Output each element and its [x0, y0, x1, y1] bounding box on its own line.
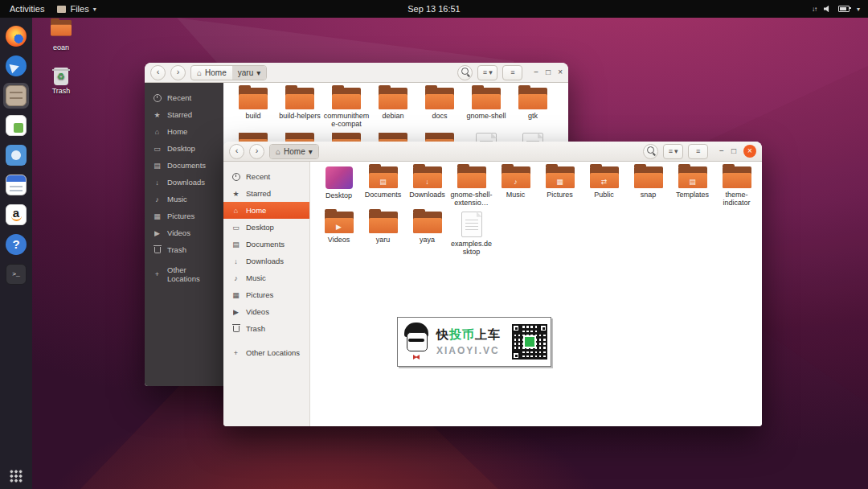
activities-button[interactable]: Activities [8, 4, 46, 14]
dock-item-files[interactable] [3, 83, 29, 109]
file-label: Documents [365, 191, 402, 199]
view-toggle-button[interactable]: ≡ ▾ [477, 65, 497, 80]
view-toggle-button[interactable]: ≡ ▾ [663, 144, 683, 159]
file-item[interactable]: examples.desktop [449, 212, 493, 257]
app-menu[interactable]: Files ▾ [57, 4, 96, 14]
sidebar-item-pictures[interactable]: ▦Pictures [145, 208, 223, 224]
path-label: yaru [238, 68, 253, 77]
file-item[interactable]: gtk [510, 88, 556, 129]
sidebar-item-starred[interactable]: ★Starred [223, 185, 309, 202]
chevron-down-icon: ▾ [674, 147, 678, 155]
file-item[interactable]: snap [626, 166, 670, 208]
dock-item-software[interactable] [3, 142, 29, 168]
pictures-icon: ▦ [231, 291, 240, 299]
clock[interactable]: Sep 13 16:51 [407, 4, 460, 14]
file-item[interactable]: ⇄Public [582, 166, 626, 208]
desktop-icon-eoan[interactable]: eoan [43, 20, 79, 51]
show-applications-button[interactable] [10, 470, 23, 483]
sidebar-item-desktop[interactable]: ▭Desktop [223, 219, 309, 236]
file-item[interactable]: gnome-shell [463, 88, 510, 129]
file-label: Desktop [326, 191, 352, 199]
minimize-button[interactable]: − [534, 68, 538, 76]
path-segment-home[interactable]: ⌂ Home ▾ [270, 145, 318, 158]
sidebar-item-trash[interactable]: Trash [223, 320, 309, 337]
search-button[interactable] [643, 144, 658, 159]
file-label: Videos [328, 236, 350, 244]
sidebar-item-documents[interactable]: ▤Documents [223, 236, 309, 253]
qr-logo [523, 335, 536, 348]
sidebar-item-music[interactable]: ♪Music [145, 191, 223, 208]
sidebar-item-home[interactable]: ⌂Home [145, 123, 223, 140]
file-item[interactable]: build [230, 88, 276, 129]
file-item[interactable]: ▦Pictures [538, 166, 582, 208]
dock-item-help[interactable]: ? [3, 232, 29, 257]
maximize-button[interactable]: □ [731, 147, 736, 155]
sidebar-item-documents[interactable]: ▤Documents [145, 157, 223, 174]
file-item[interactable]: ↓Downloads [405, 166, 449, 208]
file-item[interactable]: ▤Documents [361, 166, 405, 208]
path-segment-home[interactable]: ⌂ Home [191, 66, 232, 80]
file-label: Public [594, 191, 614, 199]
videos-emblem-icon: ▶ [325, 224, 354, 231]
folder-icon: ▦ [546, 166, 575, 188]
back-button[interactable]: ‹ [150, 65, 166, 80]
dock-item-libreoffice-calc[interactable] [3, 113, 29, 138]
system-status-area[interactable]: ↓↑ ▾ [812, 6, 868, 13]
headerbar[interactable]: ‹ › ⌂ Home yaru ▾ ≡ ▾ ≡ − □ × [145, 63, 568, 83]
dock-item-libreoffice-writer[interactable] [3, 172, 29, 198]
sidebar-item-pictures[interactable]: ▦Pictures [223, 286, 309, 303]
close-button[interactable]: × [558, 68, 563, 76]
minimize-button[interactable]: − [719, 147, 724, 155]
sidebar-item-videos[interactable]: ▶Videos [145, 224, 223, 241]
file-item[interactable]: docs [416, 88, 463, 129]
desktop-icon-trash[interactable]: ♻ Trash [43, 68, 79, 95]
folder-icon [285, 88, 314, 109]
search-button[interactable] [457, 65, 473, 80]
forward-button[interactable]: › [249, 144, 264, 159]
dock-item-amazon[interactable]: a [3, 202, 29, 228]
file-label: theme-indicator [714, 191, 759, 208]
network-icon: ↓↑ [812, 6, 817, 13]
menu-button[interactable]: ≡ [688, 144, 708, 159]
sidebar-item-starred[interactable]: ★Starred [145, 106, 223, 123]
headerbar[interactable]: ‹ › ⌂ Home ▾ ≡ ▾ ≡ − □ × [223, 142, 762, 162]
folder-icon [634, 166, 663, 188]
file-item[interactable]: ♪Music [493, 166, 538, 208]
file-item[interactable]: debian [370, 88, 416, 129]
sidebar-item-desktop[interactable]: ▭Desktop [145, 140, 223, 157]
sidebar-item-recent[interactable]: Recent [145, 89, 223, 106]
file-item[interactable]: Desktop [317, 166, 361, 208]
sidebar-item-downloads[interactable]: ↓Downloads [223, 253, 309, 269]
dock-item-firefox[interactable] [3, 23, 29, 49]
search-icon [647, 146, 654, 154]
dock-item-thunderbird[interactable] [3, 53, 29, 79]
file-item[interactable]: build-helpers [276, 88, 323, 129]
file-item[interactable]: yaya [405, 212, 449, 257]
file-item[interactable]: ▶Videos [317, 212, 361, 257]
file-item[interactable]: yaru [361, 212, 405, 257]
close-button[interactable]: × [743, 145, 756, 158]
file-item[interactable]: ▤Templates [670, 166, 714, 208]
path-segment-current[interactable]: yaru ▾ [232, 66, 266, 80]
file-item[interactable]: communitheme-compat [323, 88, 370, 129]
file-item[interactable]: gnome-shell-extensio… [449, 166, 493, 208]
file-item[interactable]: theme-indicator [714, 166, 759, 208]
sidebar-item-downloads[interactable]: ↓Downloads [145, 174, 223, 191]
maximize-button[interactable]: □ [546, 68, 551, 76]
sidebar-item-recent[interactable]: Recent [223, 168, 309, 185]
forward-button[interactable]: › [170, 65, 186, 80]
sidebar-item-home[interactable]: ⌂Home [223, 202, 309, 219]
chevron-down-icon: ▾ [489, 68, 493, 76]
path-label: Home [205, 68, 227, 77]
sidebar-item-other-locations[interactable]: +Other Locations [223, 344, 309, 361]
back-button[interactable]: ‹ [229, 144, 244, 159]
sidebar-item-label: Downloads [167, 178, 205, 187]
dock-item-terminal[interactable]: >_ [3, 261, 29, 287]
desktop-icon: ▭ [231, 224, 240, 232]
menu-button[interactable]: ≡ [502, 65, 522, 80]
sidebar-item-videos[interactable]: ▶Videos [223, 303, 309, 320]
folder-icon [239, 88, 268, 109]
sidebar-item-music[interactable]: ♪Music [223, 269, 309, 286]
sidebar-item-trash[interactable]: Trash [145, 241, 223, 258]
sidebar-item-other-locations[interactable]: +Other Locations [145, 265, 223, 282]
